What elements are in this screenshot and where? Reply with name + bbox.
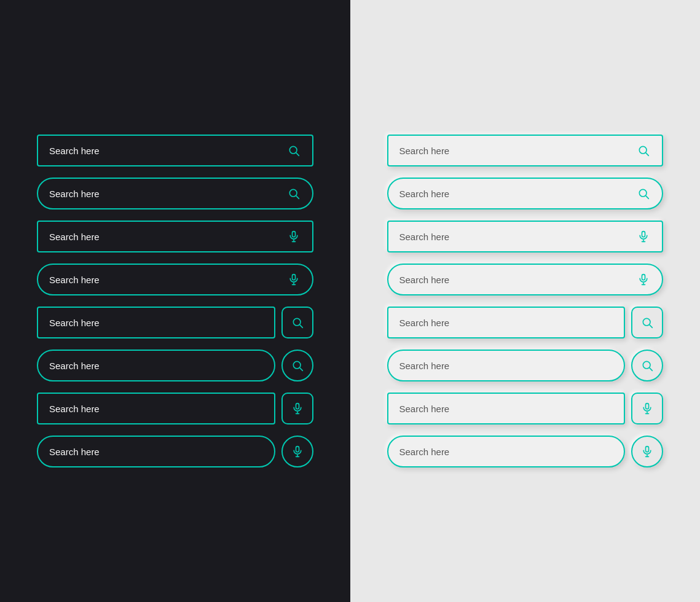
svg-line-23 xyxy=(646,196,648,198)
light-search-bar-4[interactable]: Search here xyxy=(387,264,664,295)
search-placeholder-1: Search here xyxy=(49,146,100,156)
search-row-3: Search here xyxy=(37,221,313,252)
search-icon-1 xyxy=(284,141,304,160)
light-search-icon-1 xyxy=(634,141,653,160)
svg-point-22 xyxy=(639,189,647,197)
svg-rect-27 xyxy=(642,275,645,280)
light-placeholder-4: Search here xyxy=(399,275,450,285)
svg-point-0 xyxy=(289,146,297,154)
light-mic-btn-7[interactable] xyxy=(631,393,663,424)
light-search-input-7[interactable]: Search here xyxy=(387,393,626,424)
svg-line-21 xyxy=(646,153,648,155)
mic-btn-7[interactable] xyxy=(281,393,313,424)
light-search-btn-6[interactable] xyxy=(631,350,663,381)
search-row-2: Search here xyxy=(37,178,313,209)
mic-btn-8[interactable] xyxy=(281,436,313,467)
search-input-5[interactable]: Search here xyxy=(37,307,275,338)
light-search-row-2: Search here xyxy=(387,178,664,209)
search-bar-4[interactable]: Search here xyxy=(37,264,313,295)
search-bar-3[interactable]: Search here xyxy=(37,221,313,252)
search-placeholder-8: Search here xyxy=(49,447,100,457)
light-mic-icon-2 xyxy=(634,270,653,289)
svg-point-32 xyxy=(643,361,650,369)
light-search-row-1: Search here xyxy=(387,135,664,166)
light-search-bar-1[interactable]: Search here xyxy=(387,135,664,166)
search-btn-6[interactable] xyxy=(281,350,313,381)
light-search-input-8[interactable]: Search here xyxy=(387,436,626,467)
search-input-6[interactable]: Search here xyxy=(37,350,275,381)
search-row-4: Search here xyxy=(37,264,313,295)
light-search-input-5[interactable]: Search here xyxy=(387,307,626,338)
svg-rect-14 xyxy=(296,404,299,409)
svg-line-31 xyxy=(650,325,652,327)
light-search-bar-3[interactable]: Search here xyxy=(387,221,664,252)
search-row-7: Search here xyxy=(37,393,313,424)
svg-point-30 xyxy=(643,318,650,326)
light-search-row-8: Search here xyxy=(387,436,664,467)
light-search-row-5: Search here xyxy=(387,307,664,338)
search-placeholder-3: Search here xyxy=(49,232,100,242)
svg-line-3 xyxy=(296,196,299,198)
light-placeholder-3: Search here xyxy=(399,232,450,242)
search-placeholder-7: Search here xyxy=(49,404,100,414)
light-search-row-7: Search here xyxy=(387,393,664,424)
light-placeholder-2: Search here xyxy=(399,189,450,199)
svg-line-13 xyxy=(300,368,302,370)
search-bar-2[interactable]: Search here xyxy=(37,178,313,209)
light-search-btn-5[interactable] xyxy=(631,307,663,338)
search-input-7[interactable]: Search here xyxy=(37,393,275,424)
light-mic-btn-8[interactable] xyxy=(631,436,663,467)
search-icon-2 xyxy=(284,184,304,203)
search-placeholder-6: Search here xyxy=(49,361,100,371)
light-mic-icon-1 xyxy=(634,227,653,246)
light-placeholder-8: Search here xyxy=(399,447,450,457)
search-bar-1[interactable]: Search here xyxy=(37,135,313,166)
svg-line-11 xyxy=(300,325,302,327)
light-search-icon-2 xyxy=(634,184,653,203)
search-placeholder-5: Search here xyxy=(49,318,100,328)
light-placeholder-1: Search here xyxy=(399,146,450,156)
svg-point-20 xyxy=(639,146,647,154)
dark-panel: Search here Search here Search here xyxy=(0,0,350,602)
svg-rect-24 xyxy=(642,232,645,237)
search-placeholder-4: Search here xyxy=(49,275,100,285)
search-btn-5[interactable] xyxy=(281,307,313,338)
svg-rect-34 xyxy=(646,404,649,409)
search-row-8: Search here xyxy=(37,436,313,467)
search-placeholder-2: Search here xyxy=(49,189,100,199)
light-search-row-3: Search here xyxy=(387,221,664,252)
light-search-row-6: Search here xyxy=(387,350,664,381)
light-placeholder-5: Search here xyxy=(399,318,450,328)
search-row-1: Search here xyxy=(37,135,313,166)
search-row-5: Search here xyxy=(37,307,313,338)
mic-icon-1 xyxy=(284,227,304,246)
svg-rect-17 xyxy=(296,447,299,452)
svg-rect-4 xyxy=(292,232,295,237)
light-search-bar-2[interactable]: Search here xyxy=(387,178,664,209)
svg-point-12 xyxy=(293,361,301,369)
svg-line-1 xyxy=(296,153,299,155)
search-row-6: Search here xyxy=(37,350,313,381)
svg-line-33 xyxy=(650,368,652,370)
mic-icon-2 xyxy=(284,270,304,289)
search-input-8[interactable]: Search here xyxy=(37,436,275,467)
svg-rect-37 xyxy=(646,447,649,452)
svg-rect-7 xyxy=(292,275,295,280)
svg-point-10 xyxy=(293,318,301,326)
light-search-row-4: Search here xyxy=(387,264,664,295)
light-placeholder-6: Search here xyxy=(399,361,450,371)
light-placeholder-7: Search here xyxy=(399,404,450,414)
light-search-input-6[interactable]: Search here xyxy=(387,350,626,381)
light-panel: Search here Search here Search here xyxy=(350,0,701,602)
svg-point-2 xyxy=(289,189,297,197)
